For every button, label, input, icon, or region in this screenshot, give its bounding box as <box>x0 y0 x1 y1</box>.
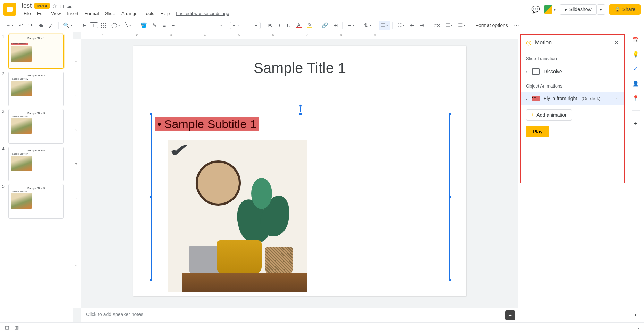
drag-handle-icon[interactable]: ⋮⋮ <box>610 96 619 101</box>
add-on-icon[interactable]: ＋ <box>632 120 639 127</box>
thumb-subtitle: • Sample Subtitle 4 <box>11 153 61 155</box>
speaker-notes[interactable]: Click to add speaker notes <box>81 308 518 322</box>
paint-format-button[interactable]: 🖌 <box>46 21 56 30</box>
slide-image[interactable]: ✔ <box>168 140 307 292</box>
document-title[interactable]: test <box>22 2 32 9</box>
bold-button[interactable]: B <box>266 21 274 30</box>
italic-button[interactable]: I <box>275 21 283 30</box>
collapse-filmstrip-icon[interactable]: ‹ <box>638 325 639 330</box>
menu-format[interactable]: Format <box>83 10 101 17</box>
meet-button[interactable]: ▾ <box>544 5 556 14</box>
star-icon[interactable]: ☆ <box>52 3 57 9</box>
shape-tool[interactable]: ◯ <box>109 21 122 30</box>
menu-insert[interactable]: Insert <box>65 10 80 17</box>
numbered-list-button[interactable]: ☷ <box>395 21 407 30</box>
slide-thumbnail[interactable]: Sample Title 4• Sample Subtitle 4 <box>8 147 64 181</box>
menu-help[interactable]: Help <box>159 10 172 17</box>
menu-slide[interactable]: Slide <box>103 10 117 17</box>
increase-indent-button[interactable]: ⇥ <box>417 21 426 30</box>
add-animation-button[interactable]: + Add animation <box>526 109 572 121</box>
align-button[interactable]: ≣ <box>345 21 357 30</box>
fill-color-button[interactable]: 🪣 <box>138 21 149 30</box>
tasks-icon[interactable]: ✓ <box>632 65 639 72</box>
slideshow-dropdown[interactable]: ▾ <box>597 4 605 15</box>
highlight-color-button[interactable]: ✎ <box>305 21 314 30</box>
line-tool[interactable]: ╲ <box>123 21 133 30</box>
edit-status[interactable]: Last edit was seconds ago <box>176 11 229 16</box>
slide-thumbnail[interactable]: Sample Title 3• Sample Subtitle 3 <box>8 109 64 144</box>
hide-menus-button[interactable]: ˆ <box>632 21 641 30</box>
menu-arrange[interactable]: Arrange <box>119 10 139 17</box>
menu-edit[interactable]: Edit <box>35 10 47 17</box>
hide-side-panel-icon[interactable]: › <box>632 311 639 318</box>
slides-app-icon[interactable] <box>3 3 16 16</box>
filmstrip-view-icon[interactable]: ▤ <box>5 325 9 330</box>
clear-formatting-button[interactable]: T✕ <box>431 21 442 30</box>
motion-panel: ◎ Motion ✕ Slide Transition › Dissolve O… <box>520 34 625 183</box>
move-icon[interactable]: ▢ <box>60 3 64 9</box>
border-weight-button[interactable]: ≡ <box>160 21 168 30</box>
image-tool[interactable]: 🖼 <box>99 21 108 30</box>
calendar-icon[interactable]: 📅 <box>632 36 639 43</box>
resize-handle[interactable] <box>448 112 451 115</box>
format-options-button[interactable]: Format options <box>473 23 510 28</box>
zoom-button[interactable]: 🔍 <box>61 21 75 30</box>
font-size-increase[interactable]: + <box>252 22 261 29</box>
resize-handle[interactable] <box>448 279 451 282</box>
slide-thumbnail[interactable]: Sample Title 1Sample Subtitle 1 <box>8 34 64 69</box>
more-button[interactable]: ⋯ <box>512 21 521 30</box>
contacts-icon[interactable]: 👤 <box>632 80 639 87</box>
undo-button[interactable]: ↶ <box>17 21 25 30</box>
more-list-button[interactable]: ☰ <box>456 21 467 30</box>
decrease-indent-button[interactable]: ⇤ <box>408 21 416 30</box>
resize-handle[interactable] <box>448 196 451 198</box>
border-dash-button[interactable]: ┅ <box>169 21 178 30</box>
play-button[interactable]: Play <box>526 126 549 137</box>
insert-comment-button[interactable]: ⊞ <box>331 21 340 30</box>
explore-button[interactable]: ✦ <box>505 310 515 320</box>
font-size-value[interactable] <box>238 25 252 26</box>
bulleted-list-button[interactable]: ☰ <box>379 21 390 30</box>
transition-icon <box>532 68 540 75</box>
resize-handle[interactable] <box>299 112 302 115</box>
share-button[interactable]: 🔒 Share <box>609 4 641 15</box>
slide-canvas[interactable]: Sample Title 1 •Sample Subtitle 1 <box>133 46 466 296</box>
font-name-select[interactable]: ▾ <box>183 23 224 28</box>
menu-view[interactable]: View <box>49 10 63 17</box>
slideshow-button[interactable]: ▸ Slideshow <box>560 4 597 15</box>
rotation-handle[interactable] <box>299 104 302 107</box>
font-size-decrease[interactable]: − <box>230 22 238 29</box>
text-color-button[interactable]: A <box>294 21 304 30</box>
select-tool[interactable]: ➤ <box>80 21 88 30</box>
textbox-tool[interactable]: T <box>90 22 98 28</box>
resize-handle[interactable] <box>150 279 153 282</box>
thumb-title: Sample Title 4 <box>11 149 61 152</box>
transition-row[interactable]: › Dissolve <box>521 65 624 78</box>
underline-button[interactable]: U <box>285 21 293 30</box>
subtitle-text[interactable]: •Sample Subtitle 1 <box>155 117 259 131</box>
border-color-button[interactable]: ✎ <box>150 21 159 30</box>
close-icon[interactable]: ✕ <box>614 39 619 47</box>
resize-handle[interactable] <box>150 112 153 115</box>
list-options-button[interactable]: ☰ <box>443 21 455 30</box>
keep-icon[interactable]: 💡 <box>632 51 639 58</box>
redo-button[interactable]: ↷ <box>26 21 35 30</box>
thumb-subtitle: • Sample Subtitle 5 <box>11 190 61 192</box>
comments-icon[interactable]: 💬 <box>531 5 540 14</box>
menu-file[interactable]: File <box>22 10 33 17</box>
slide-title[interactable]: Sample Title 1 <box>133 60 466 76</box>
cloud-status-icon[interactable]: ☁ <box>67 3 72 9</box>
print-button[interactable]: 🖶 <box>36 21 45 30</box>
grid-view-icon[interactable]: ▦ <box>15 325 19 330</box>
maps-icon[interactable]: 📍 <box>632 94 639 101</box>
slide-wrap[interactable]: Sample Title 1 •Sample Subtitle 1 <box>81 39 518 308</box>
slide-thumbnail[interactable]: Sample Title 5• Sample Subtitle 5 <box>8 184 64 219</box>
animation-trigger: (On click) <box>581 96 600 101</box>
resize-handle[interactable] <box>150 196 153 198</box>
line-spacing-button[interactable]: ⇅ <box>362 21 373 30</box>
insert-link-button[interactable]: 🔗 <box>320 21 330 30</box>
animation-row[interactable]: › • Sa Fly in from right (On click) ⋮⋮ <box>521 92 624 105</box>
slide-thumbnail[interactable]: Sample Title 2• Sample Subtitle 2 <box>8 72 64 106</box>
new-slide-button[interactable]: ＋ <box>3 21 16 30</box>
menu-tools[interactable]: Tools <box>142 10 156 17</box>
